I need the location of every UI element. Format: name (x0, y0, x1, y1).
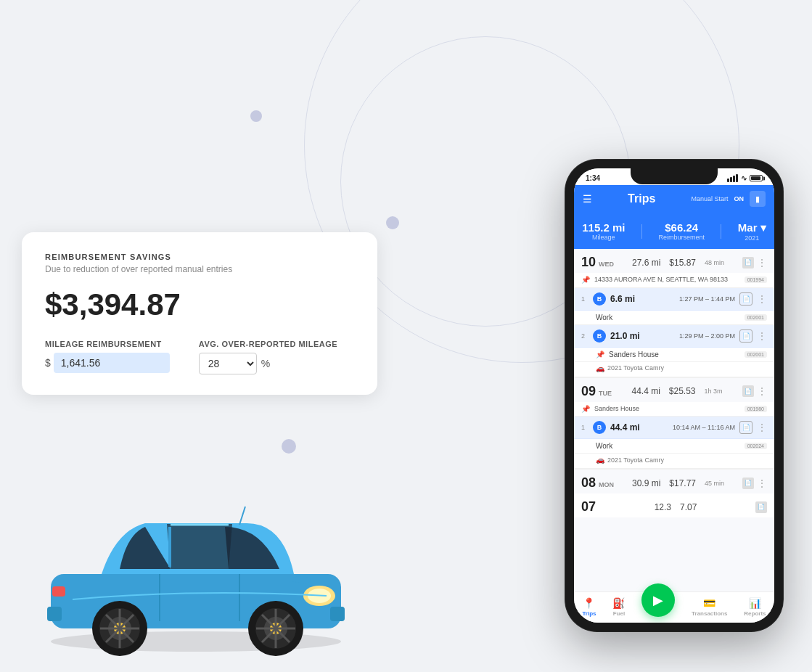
purpose-id-002024: 002024 (745, 443, 767, 449)
trip-doc-1a[interactable]: 📄 (739, 292, 752, 306)
mileage-input[interactable] (54, 353, 170, 373)
manual-start-label: Manual Start (691, 195, 728, 202)
date-row-09: 09 TUE 44.4 mi $25.53 1h 3m 📄 ⋮ (574, 378, 774, 402)
doc-icon-08[interactable]: 📄 (742, 478, 754, 489)
app-header: ☰ Trips Manual Start ON ▮ (574, 185, 774, 218)
record-center-button[interactable]: ▶ (641, 583, 675, 617)
savings-amount: $3,394.87 (45, 287, 354, 322)
nav-fuel[interactable]: ⛽ Fuel (612, 597, 625, 617)
date-day-07: 07 (581, 499, 596, 515)
stat-mileage-value: 115.2 mi (582, 221, 625, 234)
trip-badge-2a: B (593, 329, 606, 343)
date-dow-08: MON (599, 481, 614, 488)
more-icon-08[interactable]: ⋮ (757, 478, 767, 489)
date-dow-10: WED (599, 261, 614, 268)
more-icon-2a[interactable]: ⋮ (757, 330, 767, 342)
trip-row-09-1[interactable]: 1 B 44.4 mi 10:14 AM – 11:16 AM 📄 ⋮ (574, 417, 774, 439)
header-right: Manual Start ON ▮ (691, 191, 766, 207)
dest-id-002001: 002001 (745, 351, 767, 358)
nav-reports[interactable]: 📊 Reports (744, 597, 766, 617)
avg-label: Avg. Over-reported Mileage (199, 340, 337, 348)
wifi-icon: ∿ (741, 174, 747, 182)
nav-transactions-label: Transactions (692, 610, 727, 617)
nav-transactions[interactable]: 💳 Transactions (692, 597, 727, 617)
avg-select[interactable]: 28 20 30 35 (199, 353, 257, 374)
savings-card-subtitle: Due to reduction of over reported manual… (45, 264, 354, 274)
doc-icon-09[interactable]: 📄 (742, 385, 754, 397)
doc-icon-10[interactable]: 📄 (742, 257, 754, 269)
address-row-sanders: 📌 Sanders House 001980 (574, 402, 774, 417)
stat-year-value: 2021 (738, 234, 766, 242)
phone-outer: 1:34 ∿ ☰ Tri (565, 160, 783, 631)
more-icon-09-1[interactable]: ⋮ (757, 422, 767, 433)
trip-miles-1a: 6.6 mi (610, 294, 675, 304)
more-icon-09[interactable]: ⋮ (757, 385, 767, 397)
svg-rect-27 (330, 607, 345, 621)
address-text-sanders: Sanders House (594, 405, 740, 414)
doc-icon-07[interactable]: 📄 (755, 501, 767, 513)
nav-fuel-label: Fuel (613, 610, 625, 617)
phone-notch (631, 168, 718, 184)
date-miles-08: 30.9 mi (632, 478, 660, 488)
record-button[interactable]: ▮ (750, 191, 766, 207)
date-day-08: 08 (581, 475, 596, 491)
purpose-id-002001: 002001 (745, 314, 767, 321)
trip-time-1a: 1:27 PM – 1:44 PM (679, 295, 735, 303)
more-icon-10[interactable]: ⋮ (757, 257, 767, 269)
date-row-08: 08 MON 30.9 mi $17.77 45 min 📄 ⋮ (574, 470, 774, 493)
trip-doc-09-1[interactable]: 📄 (739, 421, 752, 434)
play-icon: ▶ (653, 592, 663, 608)
status-time: 1:34 (586, 174, 600, 182)
date-duration-10: 48 min (705, 259, 724, 266)
trip-num-1a: 1 (581, 295, 589, 303)
svg-line-26 (239, 507, 245, 525)
transactions-icon: 💳 (703, 597, 715, 609)
record-icon: ▮ (755, 194, 760, 204)
date-row-07: 07 12.3 7.07 📄 (574, 493, 774, 517)
date-duration-09: 1h 3m (705, 388, 723, 395)
stat-reimb-label: Reimbursement (658, 234, 705, 241)
date-miles-09: 44.4 mi (631, 386, 660, 396)
nav-trips[interactable]: 📍 Trips (582, 597, 596, 617)
hamburger-icon[interactable]: ☰ (583, 193, 592, 205)
signal-icon (727, 174, 738, 182)
stat-month-value: Mar ▾ (738, 221, 766, 234)
date-left-09: 09 TUE (581, 384, 612, 399)
address-row-aurora: 📌 14333 AURORA AVE N, SEATTLE, WA 98133 … (574, 273, 774, 288)
date-icons-07: 📄 (755, 501, 767, 513)
trip-doc-2a[interactable]: 📄 (739, 329, 752, 343)
purpose-text-work-09: Work (596, 442, 740, 450)
car-illustration (15, 454, 377, 657)
purpose-text-work-1: Work (596, 314, 740, 321)
stat-divider-1 (641, 224, 642, 239)
savings-card: REIMBURSEMENT SAVINGS Due to reduction o… (22, 232, 377, 395)
date-miles-07: 12.3 (655, 502, 671, 512)
date-left-07: 07 (581, 499, 596, 515)
more-icon-1a[interactable]: ⋮ (757, 293, 767, 305)
stat-mileage: 115.2 mi Mileage (582, 221, 625, 242)
trip-row-1a[interactable]: 1 B 6.6 mi 1:27 PM – 1:44 PM 📄 ⋮ (574, 288, 774, 311)
app-title: Trips (628, 192, 655, 205)
trip-badge-1a: B (593, 292, 606, 306)
pct-symbol: % (261, 358, 270, 369)
avg-select-wrap: 28 20 30 35 % (199, 353, 337, 374)
svg-rect-2 (168, 527, 171, 567)
stat-reimbursement: $66.24 Reimbursement (658, 221, 705, 242)
status-icons: ∿ (727, 174, 763, 182)
battery-icon (750, 175, 763, 181)
purpose-row-work-09: Work 002024 (574, 439, 774, 454)
trip-list: 10 WED 27.6 mi $15.87 48 min 📄 ⋮ � (574, 249, 774, 591)
stat-divider-2 (721, 224, 721, 239)
vehicle-row-09: 🚗 2021 Toyota Camry (574, 454, 774, 470)
decorative-dot-1 (250, 110, 262, 122)
date-row-10: 10 WED 27.6 mi $15.87 48 min 📄 ⋮ (574, 249, 774, 273)
trip-row-2a[interactable]: 2 B 21.0 mi 1:29 PM – 2:00 PM 📄 ⋮ (574, 325, 774, 348)
destination-row-sanders: 📌 Sanders House 002001 (574, 348, 774, 362)
trip-num-2a: 2 (581, 332, 589, 340)
stat-month[interactable]: Mar ▾ 2021 (738, 221, 766, 242)
date-amount-07: 7.07 (680, 502, 697, 512)
stats-row: 115.2 mi Mileage $66.24 Reimbursement Ma… (574, 218, 774, 249)
pin-icon-sanders: 📌 (596, 351, 604, 358)
nav-record[interactable]: ▶ (641, 597, 675, 617)
svg-rect-28 (47, 607, 62, 621)
